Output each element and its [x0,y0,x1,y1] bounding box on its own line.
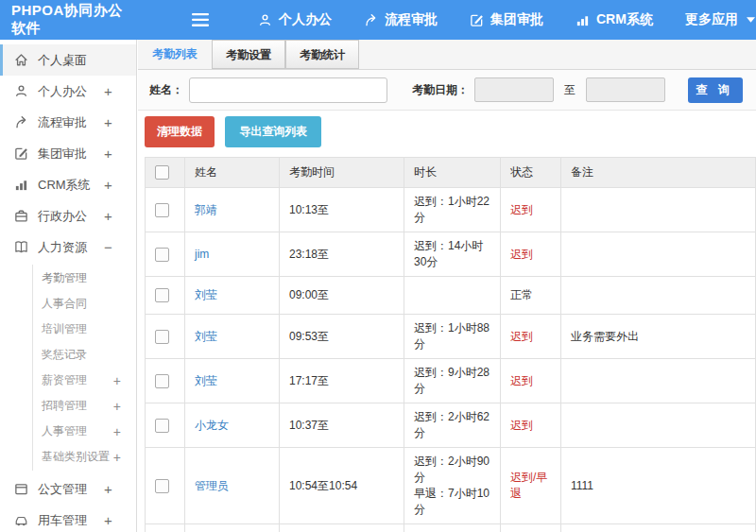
row-checkbox[interactable] [155,374,169,388]
sidebar-subitem-label: 薪资管理 [42,372,87,388]
employee-name-link[interactable]: 刘莹 [195,330,217,343]
date-to-input[interactable] [586,77,665,102]
plus-icon: + [100,178,116,192]
workflow-icon [13,115,29,129]
plus-icon: + [100,84,116,98]
duration-line: 迟到：1小时88分 [414,320,490,352]
nav-item-2[interactable]: 集团审批 [470,11,543,28]
row-checkbox[interactable] [155,419,169,433]
row-checkbox[interactable] [155,479,169,493]
sidebar-subitem-label: 人事合同 [42,296,87,312]
book-icon [13,240,29,254]
name-cell: 管理员 [185,448,280,524]
nav-item-label: 个人办公 [279,11,332,28]
time-cell: 10:37至 [280,403,404,448]
duration-line: 迟到：9小时28分 [414,365,490,397]
checkbox-cell [146,524,185,532]
employee-name-link[interactable]: 管理员 [195,479,229,492]
sidebar-item-8[interactable]: 用车管理+ [0,505,136,532]
employee-name-link[interactable]: 郭靖 [195,203,217,216]
sidebar-item-4[interactable]: CRM系统+ [0,169,136,200]
row-checkbox[interactable] [155,330,169,344]
sidebar-item-label: 个人办公 [38,83,100,100]
name-cell: 刘莹 [185,359,280,403]
status-cell: 迟到 [501,359,561,403]
sidebar-subitem-4[interactable]: 薪资管理+ [33,368,136,393]
employee-name-link[interactable]: 小龙女 [195,419,229,432]
checkbox-cell [146,188,185,232]
checkbox-cell [146,403,185,448]
checkbox-cell [146,232,185,277]
sidebar-item-0[interactable]: 个人桌面 [0,44,136,76]
duration-line: 迟到：2小时62分 [414,409,490,441]
sidebar-subitem-2[interactable]: 培训管理 [33,317,136,342]
tab-1[interactable]: 考勤设置 [212,40,285,69]
nav-item-label: 集团审批 [490,11,543,28]
plus-icon: + [100,513,116,527]
sidebar-subitem-6[interactable]: 人事管理+ [33,419,136,444]
table-row: 小龙女10:37至迟到：2小时62分迟到 [146,403,756,448]
nav-item-0[interactable]: 个人办公 [258,11,332,28]
sidebar-item-7[interactable]: 公文管理+ [0,473,136,505]
table-row: 刘莹09:53至迟到：1小时88分迟到业务需要外出 [146,315,756,359]
nav-item-label: CRM系统 [596,11,653,28]
sidebar-item-5[interactable]: 行政办公+ [0,200,136,232]
sidebar-subitem-label: 考勤管理 [42,270,87,286]
time-cell: 09:00至 [280,277,404,315]
employee-name-link[interactable]: jim [195,248,209,261]
status-badge: 迟到 [510,203,533,216]
employee-name-link[interactable]: 刘莹 [195,374,217,387]
name-input[interactable] [189,77,387,103]
sidebar-item-3[interactable]: 集团审批+ [0,138,136,169]
column-header-4: 备注 [561,158,756,188]
employee-name-link[interactable]: 刘莹 [195,288,217,301]
sidebar-subitem-1[interactable]: 人事合同 [33,291,136,317]
sidebar-submenu: 考勤管理人事合同培训管理奖惩记录薪资管理+招聘管理+人事管理+基础类别设置+ [32,265,136,471]
note-cell [561,403,756,448]
sidebar-item-2[interactable]: 流程审批+ [0,107,136,138]
nav-item-3[interactable]: CRM系统 [576,11,653,28]
sidebar-item-label: 流程审批 [38,114,100,131]
clean-data-button[interactable]: 清理数据 [145,116,215,147]
plus-icon: + [100,115,116,129]
select-all-checkbox[interactable] [155,165,169,180]
main-panel: 考勤列表考勤设置考勤统计 姓名： 考勤日期： 至 查 询 清理数据 导出查询列表… [138,40,756,532]
column-header-0: 姓名 [185,158,280,188]
name-label: 姓名： [149,82,183,98]
user-icon [13,84,29,98]
plus-icon: + [113,425,121,438]
duration-cell [404,277,501,315]
sidebar: 个人桌面个人办公+流程审批+集团审批+CRM系统+行政办公+人力资源−考勤管理人… [0,40,137,532]
date-from-input[interactable] [474,77,554,102]
plus-icon: + [100,482,116,496]
tab-0[interactable]: 考勤列表 [138,40,212,69]
plus-icon: + [113,374,121,387]
status-badge: 迟到/早退 [510,471,547,500]
home-icon [13,53,29,67]
top-header: PHPOA协同办公软件 个人办公流程审批集团审批CRM系统更多应用 [0,0,756,40]
briefcase-icon [13,209,29,223]
menu-icon[interactable] [192,13,209,26]
tab-2[interactable]: 考勤统计 [285,40,359,69]
checkbox-cell [146,277,185,315]
workflow-icon [364,13,378,27]
search-button[interactable]: 查 询 [688,77,743,103]
plus-icon: + [113,451,121,464]
sidebar-subitem-5[interactable]: 招聘管理+ [33,393,136,419]
checkbox-cell [146,359,185,403]
sidebar-item-1[interactable]: 个人办公+ [0,76,136,107]
row-checkbox[interactable] [155,248,169,262]
time-cell: 09:53至 [280,315,404,359]
row-checkbox[interactable] [155,203,169,217]
sidebar-subitem-0[interactable]: 考勤管理 [33,266,136,291]
sidebar-subitem-label: 人事管理 [42,423,87,439]
nav-item-1[interactable]: 流程审批 [364,11,438,28]
nav-item-4[interactable]: 更多应用 [685,11,755,28]
duration-cell: 迟到：1小时88分 [404,315,501,359]
export-list-button[interactable]: 导出查询列表 [225,116,321,147]
sidebar-subitem-7[interactable]: 基础类别设置+ [33,444,136,470]
sidebar-subitem-3[interactable]: 奖惩记录 [33,342,136,368]
table-row: 管理员10:54至10:54迟到：2小时90分早退：7小时10分迟到/早退111… [146,448,756,524]
sidebar-item-6[interactable]: 人力资源− [0,232,136,263]
row-checkbox[interactable] [155,288,169,302]
